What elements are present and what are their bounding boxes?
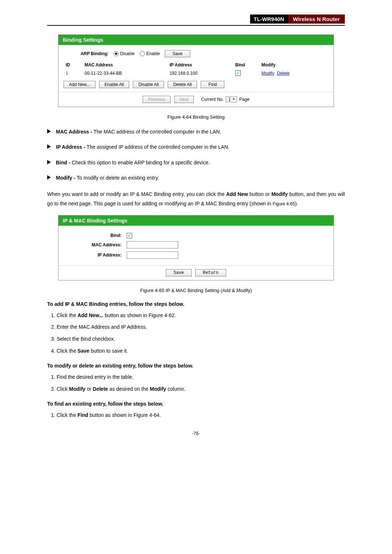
step-text: column. (166, 386, 185, 392)
panel2-save-button[interactable]: Save (166, 269, 192, 276)
radio-unselected-icon (140, 51, 145, 56)
row-id: 1 (64, 69, 82, 77)
para-bold: Add New (226, 191, 248, 197)
step-text: Click the (57, 412, 78, 418)
para-text: ). (295, 201, 298, 206)
step-text: Select the Bind checkbox. (57, 336, 115, 342)
row-bind-checkbox[interactable] (235, 70, 241, 76)
list-item: Click Modify or Delete as desired on the… (57, 384, 345, 394)
col-mac: MAC Address (82, 61, 167, 69)
bullet-bold: MAC Address - (56, 129, 92, 135)
step-text: Enter the MAC Address and IP Address. (57, 324, 147, 330)
step-text: Click the (57, 348, 78, 354)
step-bold: Add New... (78, 312, 103, 318)
list-item: Select the Bind checkbox. (57, 334, 345, 344)
add-new-button[interactable]: Add New... (64, 81, 95, 88)
panel2-return-button[interactable]: Return (195, 269, 226, 276)
step-text: as desired on the (108, 386, 150, 392)
intro-paragraph: When you want to add or modify an IP & M… (47, 189, 345, 209)
page-label: Page (239, 97, 249, 102)
previous-button[interactable]: Previous (143, 96, 171, 103)
col-bind: Bind (233, 61, 259, 69)
bullet-icon (47, 160, 51, 164)
bind-label: Bind: (64, 233, 122, 238)
step-text: or (85, 386, 93, 392)
para-figref: Figure 4-65 (273, 201, 295, 206)
enable-all-button[interactable]: Enable All (99, 81, 129, 88)
row-mac: 00-11-22-33-44-BB (82, 69, 167, 77)
step-text: Find the desired entry in the table. (57, 374, 134, 380)
bullet-text: The assigned IP address of the controlle… (85, 144, 229, 150)
bullet-text: The MAC address of the controlled comput… (92, 129, 221, 135)
disable-all-button[interactable]: Disable All (133, 81, 164, 88)
arp-save-button[interactable]: Save (165, 50, 190, 57)
panel2-title: IP & MAC Binding Settings (58, 216, 334, 226)
list-item: Click the Find button as shown in Figure… (57, 410, 345, 420)
list-item: Find the desired entry in the table. (57, 372, 345, 382)
current-no-label: Current No. (201, 97, 224, 102)
step-bold: Find (78, 412, 89, 418)
list-item: Bind - Check this option to enable ARP b… (47, 159, 345, 167)
page-number: -76- (47, 431, 345, 436)
row-delete-link[interactable]: Delete (277, 71, 290, 76)
bullet-icon (47, 129, 51, 134)
bullet-text: To modify or delete an existing entry. (75, 175, 159, 181)
arp-disable-label: Disable (120, 51, 135, 56)
section-add-heading: To add IP & MAC Binding entries, follow … (47, 301, 345, 307)
step-text: Click the (57, 312, 78, 318)
ip-mac-binding-panel: IP & MAC Binding Settings Bind: MAC Addr… (58, 215, 334, 280)
section-modify-heading: To modify or delete an existing entry, f… (47, 363, 345, 369)
para-bold: Modify (271, 191, 288, 197)
header-rule (47, 25, 345, 26)
mac-address-input[interactable] (127, 241, 178, 249)
table-row: 1 00-11-22-33-44-BB 192.168.0.100 Modify… (64, 69, 328, 77)
bullet-text: Check this option to enable ARP binding … (70, 160, 210, 165)
next-button[interactable]: Next (174, 96, 194, 103)
row-modify-link[interactable]: Modify (261, 71, 274, 76)
bullet-bold: Bind - (56, 160, 70, 165)
step-text: button as shown in Figure 4-64. (88, 412, 161, 418)
delete-all-button[interactable]: Delete All (168, 81, 197, 88)
step-bold: Save (78, 348, 90, 354)
para-text: When you want to add or modify an IP & M… (47, 191, 226, 197)
header-model: TL-WR940N (250, 15, 288, 24)
ip-address-input[interactable] (127, 251, 178, 259)
panel1-title: Binding Settings (58, 35, 334, 45)
arp-enable-label: Enable (146, 51, 160, 56)
list-item: Enter the MAC Address and IP Address. (57, 322, 345, 332)
bullet-icon (47, 175, 51, 180)
list-item: Click the Save button to save it. (57, 346, 345, 356)
bind-checkbox[interactable] (127, 233, 132, 238)
arp-enable-radio[interactable]: Enable (140, 51, 160, 56)
list-item: Click the Add New... button as shown in … (57, 311, 345, 320)
figure-65-caption: Figure 4-65 IP & MAC Binding Setting (Ad… (47, 288, 345, 293)
arp-binding-label: ARP Binding: (76, 51, 109, 56)
arp-disable-radio[interactable]: Disable (114, 51, 135, 56)
step-bold: Modify (69, 386, 85, 392)
binding-settings-panel: Binding Settings ARP Binding: Disable En… (58, 34, 334, 107)
step-text: button to save it. (89, 348, 128, 354)
figure-64-caption: Figure 4-64 Binding Setting (47, 114, 345, 120)
step-bold: Delete (93, 386, 108, 392)
mac-address-label: MAC Address: (64, 242, 122, 247)
step-text: button as shown in Figure 4-62. (103, 312, 176, 318)
list-item: IP Address - The assigned IP address of … (47, 143, 345, 151)
list-item: MAC Address - The MAC address of the con… (47, 128, 345, 136)
col-modify: Modify (259, 61, 328, 69)
step-bold: Modify (150, 386, 166, 392)
row-ip: 192.168.0.100 (167, 69, 233, 77)
ip-address-label: IP Address: (64, 253, 122, 258)
para-text: button or (248, 191, 271, 197)
bullet-icon (47, 144, 51, 149)
bullet-bold: Modify - (56, 175, 75, 181)
header-product: Wireless N Router (288, 15, 345, 24)
list-item: Modify - To modify or delete an existing… (47, 174, 345, 182)
section-find-heading: To find an existing entry, follow the st… (47, 401, 345, 407)
radio-selected-icon (114, 51, 119, 56)
step-text: Click (57, 386, 69, 392)
find-button[interactable]: Find (201, 81, 224, 88)
col-ip: IP Address (167, 61, 233, 69)
page-select[interactable]: 1 (226, 97, 237, 102)
col-id: ID (64, 61, 82, 69)
bullet-bold: IP Address - (56, 144, 85, 150)
